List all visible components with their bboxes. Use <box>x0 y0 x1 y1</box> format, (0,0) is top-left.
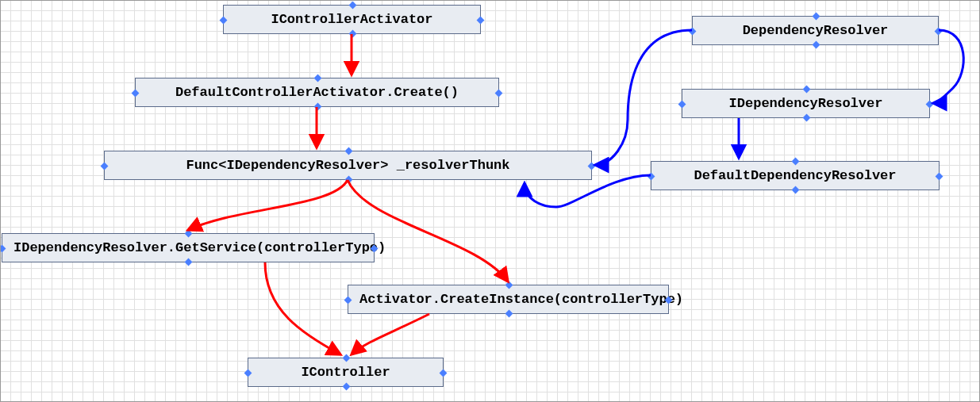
handle-icon <box>588 162 596 170</box>
node-label: IDependencyResolver.GetService(controlle… <box>13 240 386 255</box>
node-label: Func<IDependencyResolver> _resolverThunk <box>186 158 509 173</box>
handle-icon <box>185 258 193 266</box>
handle-icon <box>802 86 810 94</box>
node-createinstance[interactable]: Activator.CreateInstance(controllerType) <box>348 285 669 314</box>
handle-icon <box>220 16 228 24</box>
handle-icon <box>812 13 820 21</box>
handle-icon <box>495 89 503 97</box>
node-dependencyresolver[interactable]: DependencyResolver <box>692 16 939 45</box>
handle-icon <box>313 103 321 111</box>
handle-icon <box>101 162 109 170</box>
handle-icon <box>440 369 448 377</box>
node-label: IController <box>301 365 390 380</box>
handle-icon <box>344 147 352 155</box>
node-defaultdependencyresolver[interactable]: DefaultDependencyResolver <box>651 161 940 190</box>
node-label: IDependencyResolver <box>729 96 883 111</box>
handle-icon <box>648 172 655 180</box>
handle-icon <box>792 186 800 194</box>
node-label: DefaultControllerActivator.Create() <box>175 85 459 100</box>
node-label: DefaultDependencyResolver <box>694 168 896 183</box>
arrow-thunk-to-createinstance <box>348 180 508 281</box>
handle-icon <box>505 281 513 289</box>
handle-icon <box>477 16 485 24</box>
handle-icon <box>802 114 810 122</box>
handle-icon <box>342 354 350 362</box>
handle-icon <box>936 172 943 180</box>
handle-icon <box>342 383 350 391</box>
arrow-getservice-to-icontroller <box>265 262 340 354</box>
arrows-overlay <box>1 1 980 402</box>
handle-icon <box>244 369 252 377</box>
arrow-default-to-thunk <box>525 175 651 207</box>
node-idependencyresolver[interactable]: IDependencyResolver <box>682 89 930 118</box>
node-label: IControllerActivator <box>271 12 432 27</box>
node-defaultcontrolleractivator-create[interactable]: DefaultControllerActivator.Create() <box>135 78 499 107</box>
handle-icon <box>926 100 934 108</box>
node-icontroller[interactable]: IController <box>248 358 444 387</box>
handle-icon <box>678 100 686 108</box>
handle-icon <box>689 27 697 35</box>
node-label: DependencyResolver <box>743 23 889 38</box>
node-label: Activator.CreateInstance(controllerType) <box>359 292 683 307</box>
arrow-thunk-to-getservice <box>188 180 348 230</box>
handle-icon <box>812 41 820 49</box>
arrow-dependencyresolver-to-thunk <box>595 30 692 165</box>
handle-icon <box>344 176 352 184</box>
handle-icon <box>313 75 321 82</box>
handle-icon <box>132 89 140 97</box>
handle-icon <box>185 230 193 238</box>
arrow-createinstance-to-icontroller <box>352 314 429 354</box>
node-icontrolleractivator[interactable]: IControllerActivator <box>223 5 481 34</box>
node-getservice[interactable]: IDependencyResolver.GetService(controlle… <box>2 233 375 262</box>
node-func-resolver-thunk[interactable]: Func<IDependencyResolver> _resolverThunk <box>104 151 592 180</box>
handle-icon <box>344 296 352 304</box>
handle-icon <box>792 158 800 166</box>
handle-icon <box>348 2 356 10</box>
handle-icon <box>0 244 6 252</box>
handle-icon <box>935 27 943 35</box>
handle-icon <box>505 310 513 318</box>
handle-icon <box>348 30 356 38</box>
